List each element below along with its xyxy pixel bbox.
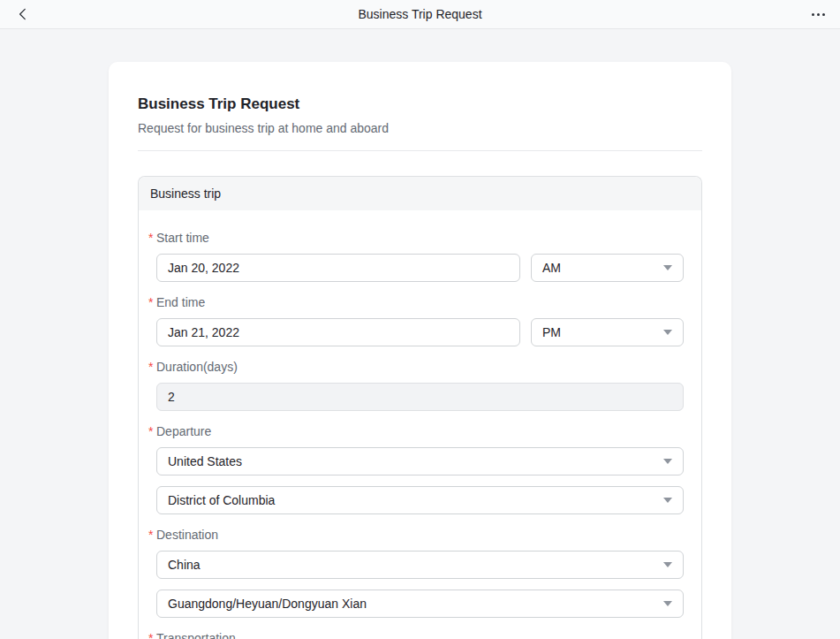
back-button[interactable] [12,4,34,25]
field-label: * Departure [156,422,684,440]
field-transportation: * Transportation [156,629,684,639]
field-duration: * Duration(days) 2 [156,358,684,411]
section-title: Business trip [150,186,221,201]
required-asterisk: * [148,629,153,639]
section-header: Business trip [139,177,701,210]
window-title: Business Trip Request [0,7,840,21]
more-menu-button[interactable] [809,6,828,23]
section-body: * Start time AM * End time [139,210,701,639]
topbar: Business Trip Request [0,0,840,29]
start-time-label: Start time [156,231,209,245]
destination-label: Destination [156,528,218,542]
form-title: Business Trip Request [138,95,702,113]
duration-label: Duration(days) [156,360,238,374]
destination-region-value: Guangdong/Heyuan/Dongyuan Xian [168,597,367,611]
end-meridiem-value: PM [542,325,561,339]
header-divider [138,150,702,151]
chevron-down-icon [663,330,672,335]
departure-region-row: District of Columbia [156,486,684,514]
departure-country-value: United States [168,454,242,468]
end-date-input[interactable] [156,318,520,346]
chevron-left-icon [15,6,31,22]
destination-country-row: China [156,551,684,579]
field-start-time: * Start time AM [156,229,684,282]
form-card: Business Trip Request Request for busine… [109,62,731,639]
duration-input-disabled: 2 [156,383,684,411]
destination-country-value: China [168,558,201,572]
departure-country-select[interactable]: United States [156,447,684,475]
field-end-time: * End time PM [156,293,684,346]
departure-region-value: District of Columbia [168,493,275,507]
ellipsis-icon [812,13,825,16]
form-subtitle: Request for business trip at home and ab… [138,121,702,135]
start-meridiem-select[interactable]: AM [531,254,684,282]
destination-region-select[interactable]: Guangdong/Heyuan/Dongyuan Xian [156,590,684,618]
departure-country-row: United States [156,447,684,475]
field-label: * Duration(days) [156,358,684,376]
destination-region-row: Guangdong/Heyuan/Dongyuan Xian [156,590,684,618]
chevron-down-icon [663,265,672,270]
end-time-label: End time [156,295,205,309]
required-asterisk: * [148,526,153,544]
business-trip-section: Business trip * Start time AM [138,176,702,639]
chevron-down-icon [663,459,672,464]
field-label: * End time [156,293,684,311]
start-time-controls: AM [156,254,684,282]
chevron-down-icon [663,601,672,606]
chevron-down-icon [663,562,672,567]
required-asterisk: * [148,422,153,440]
duration-value: 2 [168,390,175,404]
required-asterisk: * [148,229,153,247]
field-destination: * Destination China Guangdong/Heyuan/Don… [156,526,684,618]
transportation-label: Transportation [156,631,236,639]
end-time-controls: PM [156,318,684,346]
duration-controls: 2 [156,383,684,411]
departure-region-select[interactable]: District of Columbia [156,486,684,514]
destination-country-select[interactable]: China [156,551,684,579]
field-label: * Transportation [156,629,684,639]
field-label: * Destination [156,526,684,544]
chevron-down-icon [663,498,672,503]
departure-label: Departure [156,424,211,438]
field-departure: * Departure United States District of Co… [156,422,684,514]
required-asterisk: * [148,293,153,311]
start-date-input[interactable] [156,254,520,282]
required-asterisk: * [148,358,153,376]
end-meridiem-select[interactable]: PM [531,318,684,346]
start-meridiem-value: AM [542,261,561,275]
field-label: * Start time [156,229,684,247]
